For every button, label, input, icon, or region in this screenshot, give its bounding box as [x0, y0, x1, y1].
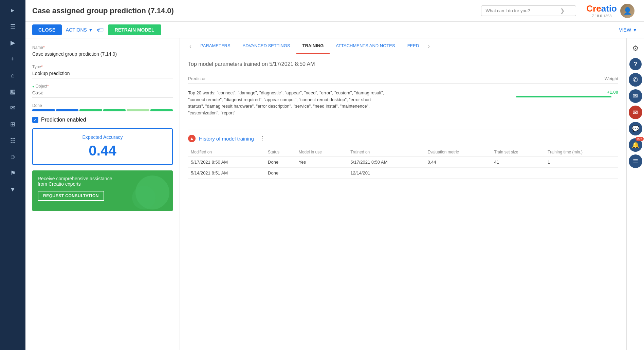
prediction-enabled-field: ✓ Prediction enabled [32, 117, 173, 123]
col-train-set-size: Train set size [491, 148, 545, 157]
tab-attachments[interactable]: ATTACHMENTS AND NOTES [330, 38, 401, 54]
weight-col-header: Weight [605, 76, 618, 81]
row2-training-time [545, 168, 618, 179]
tag-icon[interactable]: 🏷 [97, 26, 104, 34]
type-value: Lookup prediction [32, 71, 173, 78]
progress-seg-6 [150, 109, 173, 111]
nav-grid-icon[interactable]: ⊞ [6, 117, 20, 131]
predictor-text-value: Top 20 words: "connect", "damage", "diag… [188, 90, 385, 116]
history-row-1: 5/17/2021 8:50 AM Done Yes 5/17/2021 8:5… [188, 157, 618, 168]
prediction-enabled-checkbox[interactable]: ✓ [32, 117, 38, 123]
name-field-group: Name* Case assigned group prediction (7.… [32, 45, 173, 59]
nav-list-icon[interactable]: ☷ [6, 134, 20, 147]
name-label: Name* [32, 45, 173, 50]
nav-play-icon[interactable]: ▶ [6, 36, 20, 50]
done-label: Done [32, 103, 173, 108]
mail-icon[interactable]: ✉ [629, 89, 642, 103]
col-modified-on: Modified on [188, 148, 265, 157]
tab-nav-prev[interactable]: ‹ [187, 43, 194, 50]
search-arrow-icon: ❯ [560, 7, 565, 14]
actions-button[interactable]: ACTIONS ▼ [66, 27, 93, 33]
col-eval-metric: Evaluation metric [425, 148, 491, 157]
col-training-time: Training time (min.) [545, 148, 618, 157]
search-input[interactable] [485, 8, 560, 13]
row2-model-in-use [296, 168, 348, 179]
right-panel: ‹ PARAMETERS ADVANCED SETTINGS TRAINING … [180, 38, 626, 350]
gear-icon[interactable]: ⚙ [629, 42, 642, 55]
nav-chart-icon[interactable]: ▩ [6, 85, 20, 98]
view-button[interactable]: VIEW ▼ [619, 27, 637, 33]
actions-chevron-icon: ▼ [88, 27, 93, 33]
object-value: Case [32, 90, 173, 98]
collapse-handle[interactable]: ▸ [180, 187, 180, 201]
header-right: ❯ Creatio 7.18.0.1353 👤 [481, 3, 637, 18]
tab-advanced-settings[interactable]: ADVANCED SETTINGS [237, 38, 296, 54]
history-toggle-icon[interactable]: ▲ [188, 135, 196, 142]
weight-bar [516, 96, 611, 97]
row2-train-set-size [491, 168, 545, 179]
history-title: History of model training [199, 136, 254, 142]
phone-icon[interactable]: ✆ [629, 73, 642, 87]
nav-menu-icon[interactable]: ☰ [6, 20, 20, 33]
predictor-col-header: Predictor [188, 76, 206, 81]
row2-eval-metric [425, 168, 491, 179]
row1-train-set-size: 41 [491, 157, 545, 168]
history-menu-icon[interactable]: ⋮ [259, 135, 265, 142]
predictor-weight-group: +1.00 [516, 90, 618, 97]
promo-decoration [125, 174, 169, 211]
nav-expand-icon[interactable]: ▸ [6, 3, 20, 17]
nav-person-icon[interactable]: ☺ [6, 150, 20, 164]
right-side-buttons: ⚙ ? ✆ ✉ ✉ 💬 🔔 99+ ☰ [626, 38, 644, 350]
tab-training[interactable]: TRAINING [296, 38, 330, 54]
bell-icon[interactable]: 🔔 99+ [629, 138, 642, 152]
prediction-enabled-label: Prediction enabled [41, 117, 86, 123]
nav-add-icon[interactable]: + [6, 52, 20, 66]
notification-badge: 99+ [636, 137, 643, 141]
row1-training-time: 1 [545, 157, 618, 168]
content-area: ▸ Name* Case assigned group prediction (… [25, 38, 644, 350]
type-required-star: * [41, 65, 43, 69]
close-button[interactable]: CLOSE [32, 24, 62, 35]
nav-home-icon[interactable]: ⌂ [6, 69, 20, 82]
tabs-bar: ‹ PARAMETERS ADVANCED SETTINGS TRAINING … [180, 38, 626, 54]
trained-title: Top model parameters trained on 5/17/202… [188, 61, 618, 67]
tab-feed[interactable]: FEED [401, 38, 425, 54]
expected-accuracy-box: Expected Accuracy 0.44 [32, 128, 173, 165]
toolbar: CLOSE ACTIONS ▼ 🏷 RETRAIN MODEL VIEW ▼ [25, 22, 644, 38]
object-required-star: * [47, 84, 49, 89]
history-row-2: 5/14/2021 8:51 AM Done 12/14/201 [188, 168, 618, 179]
predictor-header: Predictor Weight [188, 74, 618, 84]
col-model-in-use: Model in use [296, 148, 348, 157]
logo-cre: Cre [586, 3, 601, 14]
tab-nav-next[interactable]: › [425, 43, 433, 50]
expected-accuracy-label: Expected Accuracy [38, 134, 167, 140]
progress-seg-2 [56, 109, 79, 111]
nav-chat-icon[interactable]: ✉ [6, 101, 20, 115]
name-value: Case assigned group prediction (7.14.0) [32, 51, 173, 59]
search-bar[interactable]: ❯ [481, 5, 576, 16]
help-icon[interactable]: ? [629, 58, 642, 70]
creatio-logo: Creatio 7.18.0.1353 [586, 3, 617, 18]
progress-seg-3 [79, 109, 102, 111]
row1-trained-on: 5/17/2021 8:50 AM [348, 157, 425, 168]
consult-button[interactable]: REQUEST CONSULTATION [38, 191, 104, 201]
top-header: Case assigned group prediction (7.14.0) … [25, 0, 644, 22]
retrain-button[interactable]: RETRAIN MODEL [108, 24, 161, 35]
row2-modified-on: 5/14/2021 8:51 AM [188, 168, 265, 179]
type-label: Type* [32, 65, 173, 69]
nav-filter-icon[interactable]: ▼ [6, 183, 20, 196]
history-header: ▲ History of model training ⋮ [188, 135, 618, 142]
tab-parameters[interactable]: PARAMETERS [194, 38, 237, 54]
predictor-table: Predictor Weight Top 20 words: "connect"… [188, 74, 618, 119]
avatar: 👤 [620, 4, 634, 18]
list-icon[interactable]: ☰ [629, 154, 642, 168]
logo-atio: atio [601, 3, 617, 14]
chat-icon[interactable]: ✉ [629, 106, 642, 119]
done-field-group: Done [32, 103, 173, 111]
nav-flag-icon[interactable]: ⚑ [6, 166, 20, 180]
col-trained-on: Trained on [348, 148, 425, 157]
left-panel: ▸ Name* Case assigned group prediction (… [25, 38, 180, 350]
col-status: Status [265, 148, 296, 157]
message-icon[interactable]: 💬 [629, 122, 642, 135]
object-label: ● Object* [32, 84, 173, 89]
